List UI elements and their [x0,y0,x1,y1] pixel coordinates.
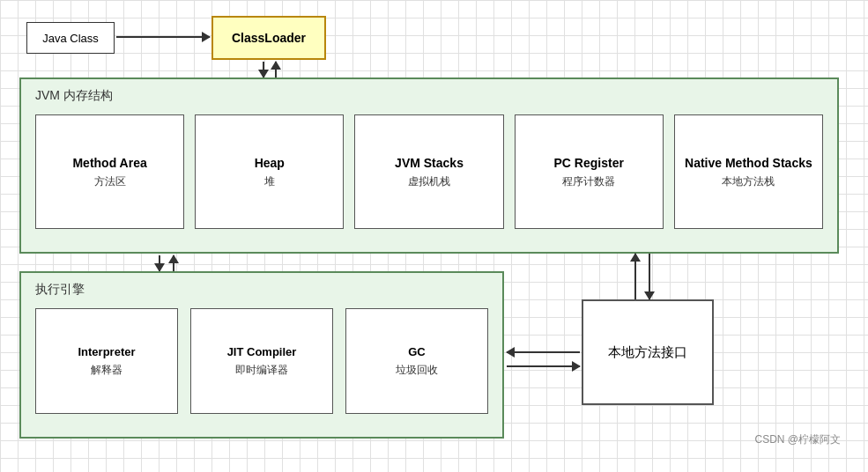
jit-compiler-box: JIT Compiler 即时编译器 [190,308,333,414]
exec-engine-label: 执行引擎 [35,282,85,298]
pc-register-cn: 程序计数器 [562,173,615,190]
method-area-en: Method Area [72,153,146,173]
jit-cn: 即时编译器 [235,362,288,379]
native-stacks-en: Native Method Stacks [685,153,812,173]
heap-en: Heap [255,153,285,173]
jvm-stacks-box: JVM Stacks 虚拟机栈 [354,114,503,229]
native-stacks-cn: 本地方法栈 [722,173,775,190]
arrow-java-class-to-classloader [116,36,210,38]
arrow-classloader-to-jvm [263,62,264,77]
jvm-memory-box: JVM 内存结构 Method Area 方法区 Heap 堆 JVM Stac… [19,77,839,254]
interpreter-box: Interpreter 解释器 [35,308,178,414]
gc-cn: 垃圾回收 [396,362,438,379]
native-interface-label: 本地方法接口 [608,339,687,365]
arrow-native-interface-up-right [649,254,650,299]
classloader-box: ClassLoader [211,16,326,60]
exec-engine-box: 执行引擎 Interpreter 解释器 JIT Compiler 即时编译器 … [19,271,504,439]
gc-en: GC [408,343,426,362]
arrow-jvm-to-exec-engine [159,255,160,271]
heap-box: Heap 堆 [195,114,344,229]
pc-register-en: PC Register [554,153,624,173]
java-class-box: Java Class [26,22,115,54]
gc-box: GC 垃圾回收 [345,308,488,414]
arrow-exec-engine-to-jvm [173,255,174,271]
method-area-box: Method Area 方法区 [35,114,184,229]
exec-components: Interpreter 解释器 JIT Compiler 即时编译器 GC 垃圾… [35,308,488,414]
jit-en: JIT Compiler [227,343,297,362]
watermark: CSDN @柠檬阿文 [754,432,841,447]
jvm-stacks-en: JVM Stacks [395,153,464,173]
native-interface-box: 本地方法接口 [582,299,714,405]
interpreter-en: Interpreter [78,343,135,362]
method-area-cn: 方法区 [94,173,126,190]
memory-areas: Method Area 方法区 Heap 堆 JVM Stacks 虚拟机栈 P… [35,114,823,229]
arrow-native-to-exec [507,351,580,353]
diagram-container: Java Class ClassLoader JVM 内存结构 Method A… [9,9,855,458]
pc-register-box: PC Register 程序计数器 [515,114,664,229]
heap-cn: 堆 [264,173,275,190]
arrow-jvm-to-classloader [275,62,277,77]
native-method-stacks-box: Native Method Stacks 本地方法栈 [674,114,823,229]
arrow-native-interface-up-left [634,254,636,299]
java-class-label: Java Class [42,32,99,45]
interpreter-cn: 解释器 [91,362,122,379]
jvm-stacks-cn: 虚拟机栈 [408,173,450,190]
jvm-memory-label: JVM 内存结构 [35,88,113,104]
classloader-label: ClassLoader [232,31,306,45]
arrow-exec-to-native [507,365,580,367]
